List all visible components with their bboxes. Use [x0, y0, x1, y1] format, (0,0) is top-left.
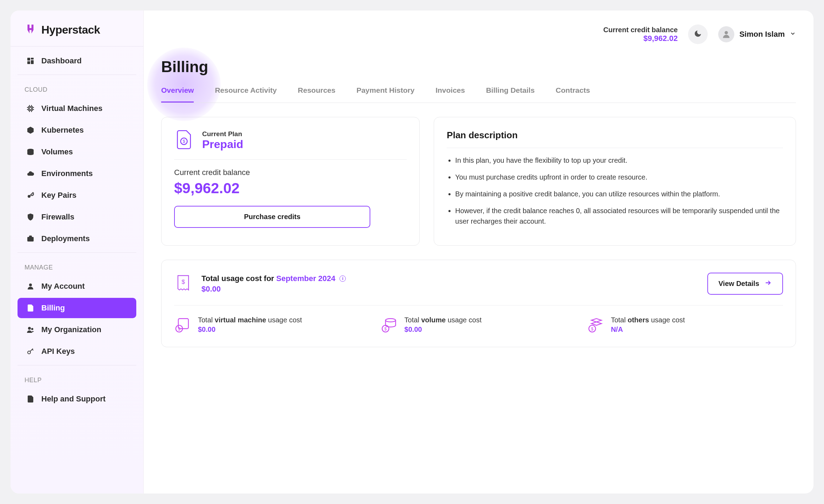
svg-point-7 — [28, 195, 30, 198]
svg-text:$: $ — [384, 327, 387, 331]
list-item: However, if the credit balance reaches 0… — [455, 205, 783, 226]
plan-description-title: Plan description — [447, 130, 783, 148]
sidebar-item-key-pairs[interactable]: Key Pairs — [18, 185, 136, 205]
arrow-right-icon — [764, 279, 772, 288]
document-icon — [26, 303, 35, 313]
view-details-button[interactable]: View Details — [707, 273, 783, 295]
header: Current credit balance $9,962.02 Simon I… — [144, 10, 813, 51]
cards-row: $ Current Plan Prepaid Current credit ba… — [161, 117, 796, 246]
plan-card: $ Current Plan Prepaid Current credit ba… — [161, 117, 420, 246]
svg-rect-0 — [27, 58, 30, 61]
svg-text:$: $ — [181, 278, 185, 285]
svg-rect-2 — [31, 60, 34, 64]
sidebar-item-billing[interactable]: Billing — [18, 298, 136, 318]
user-name: Simon Islam — [739, 30, 785, 39]
database-icon — [26, 147, 35, 156]
plan-file-icon: $ — [174, 130, 194, 151]
sidebar-item-label: Help and Support — [41, 394, 105, 404]
key-icon — [26, 191, 35, 200]
theme-toggle[interactable] — [688, 24, 708, 44]
tab-resource-activity[interactable]: Resource Activity — [215, 86, 277, 103]
volume-cost-icon: $ — [380, 316, 397, 334]
moon-icon — [694, 29, 702, 39]
briefcase-icon — [26, 234, 35, 243]
sidebar-section-cloud: CLOUD — [11, 78, 143, 97]
usage-card: $ Total usage cost for September 2024 i … — [161, 260, 796, 347]
usage-month: September 2024 — [276, 274, 336, 283]
tab-billing-details[interactable]: Billing Details — [486, 86, 535, 103]
sidebar-item-my-organization[interactable]: My Organization — [18, 320, 136, 340]
credit-balance-amount: $9,962.02 — [174, 180, 407, 197]
sidebar-item-dashboard[interactable]: Dashboard — [18, 51, 136, 71]
sidebar-item-label: Deployments — [41, 234, 90, 243]
sidebar-item-firewalls[interactable]: Firewalls — [18, 207, 136, 227]
sidebar-item-label: Volumes — [41, 147, 73, 156]
purchase-credits-button[interactable]: Purchase credits — [174, 206, 370, 228]
sidebar-item-label: API Keys — [41, 347, 75, 356]
sidebar-item-label: Billing — [41, 303, 65, 313]
svg-rect-1 — [31, 58, 34, 59]
receipt-icon: $ — [174, 274, 192, 294]
svg-rect-4 — [28, 106, 33, 111]
sidebar-item-api-keys[interactable]: API Keys — [18, 341, 136, 362]
sidebar-item-volumes[interactable]: Volumes — [18, 142, 136, 162]
sidebar-item-label: Kubernetes — [41, 126, 84, 135]
main: Current credit balance $9,962.02 Simon I… — [144, 10, 813, 493]
tab-invoices[interactable]: Invoices — [435, 86, 465, 103]
plan-label: Current Plan — [202, 130, 243, 138]
list-item: By maintaining a positive credit balance… — [455, 189, 783, 199]
svg-text:$: $ — [178, 327, 180, 331]
svg-rect-5 — [29, 107, 32, 110]
list-item: You must purchase credits upfront in ord… — [455, 172, 783, 182]
sidebar-item-my-account[interactable]: My Account — [18, 276, 136, 296]
brand-name: Hyperstack — [41, 23, 100, 36]
usage-item-vm: $ Total virtual machine usage cost $0.00 — [174, 316, 370, 334]
tab-overview[interactable]: Overview — [161, 86, 194, 103]
others-cost-icon: $ — [587, 316, 604, 334]
balance-label: Current credit balance — [603, 26, 678, 34]
tabs: Overview Resource Activity Resources Pay… — [161, 86, 796, 103]
chevron-down-icon — [790, 30, 796, 38]
sidebar-item-environments[interactable]: Environments — [18, 163, 136, 184]
cube-icon — [26, 126, 35, 135]
divider — [18, 252, 136, 253]
tab-payment-history[interactable]: Payment History — [356, 86, 414, 103]
app-frame: Hyperstack Dashboard CLOUD Virtual Machi… — [11, 10, 813, 493]
sidebar-item-label: My Organization — [41, 325, 101, 334]
usage-header: $ Total usage cost for September 2024 i … — [174, 273, 783, 306]
svg-point-10 — [28, 327, 31, 330]
sidebar-item-kubernetes[interactable]: Kubernetes — [18, 120, 136, 140]
svg-point-11 — [31, 328, 33, 330]
credit-balance-label: Current credit balance — [174, 168, 407, 177]
info-icon[interactable]: i — [339, 275, 346, 282]
shield-icon — [26, 212, 35, 222]
brand-logo[interactable]: Hyperstack — [11, 23, 143, 47]
vm-cost-icon: $ — [174, 316, 191, 334]
sidebar-item-deployments[interactable]: Deployments — [18, 229, 136, 249]
tab-resources[interactable]: Resources — [298, 86, 335, 103]
usage-item-label: Total others usage cost — [611, 316, 685, 324]
divider — [18, 75, 136, 75]
plan-description-card: Plan description In this plan, you have … — [434, 117, 796, 246]
usage-total: $0.00 — [201, 285, 346, 294]
tab-contracts[interactable]: Contracts — [556, 86, 590, 103]
sidebar-item-virtual-machines[interactable]: Virtual Machines — [18, 98, 136, 119]
cpu-icon — [26, 104, 35, 113]
logo-icon — [25, 23, 36, 36]
avatar — [718, 26, 734, 42]
divider — [18, 365, 136, 365]
plan-description-list: In this plan, you have the flexibility t… — [447, 155, 783, 226]
cloud-icon — [26, 169, 35, 178]
usage-item-volume: $ Total volume usage cost $0.00 — [380, 316, 576, 334]
sidebar-section-manage: MANAGE — [11, 256, 143, 275]
view-details-label: View Details — [719, 280, 759, 288]
sidebar-item-help-support[interactable]: Help and Support — [18, 389, 136, 409]
usage-item-label: Total virtual machine usage cost — [198, 316, 302, 324]
svg-point-13 — [725, 31, 728, 34]
usage-title: Total usage cost for September 2024 i — [201, 274, 346, 283]
users-icon — [26, 325, 35, 334]
svg-rect-8 — [27, 237, 34, 241]
user-menu[interactable]: Simon Islam — [718, 26, 796, 42]
usage-item-others: $ Total others usage cost N/A — [587, 316, 783, 334]
sidebar-item-label: My Account — [41, 282, 85, 291]
